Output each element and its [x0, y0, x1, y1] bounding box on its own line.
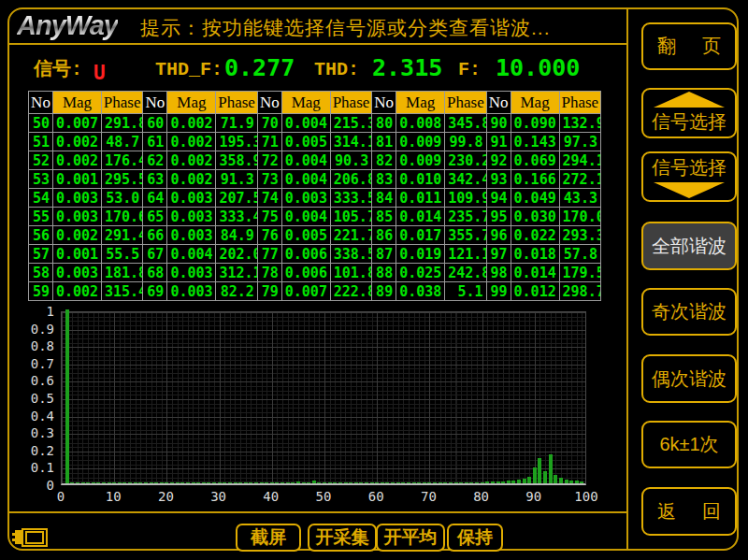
table-cell: 221.7 — [330, 226, 371, 245]
table-cell: 0.019 — [396, 245, 445, 264]
harmonic-bar — [575, 481, 579, 483]
x-tick-label: 90 — [518, 489, 550, 504]
harmonic-bar — [459, 482, 463, 483]
table-header-cell: Phase — [216, 92, 257, 114]
table-cell: 0.018 — [511, 245, 559, 264]
table-cell: 84.9 — [216, 226, 257, 245]
harmonic-bar — [275, 482, 279, 483]
harmonic-bar — [202, 482, 206, 483]
page-flip-button[interactable]: 翻 页 — [641, 22, 737, 70]
table-cell: 57 — [29, 245, 53, 264]
table-cell: 93 — [486, 170, 511, 189]
table-cell: 60 — [143, 114, 167, 133]
harmonic-bar — [134, 482, 137, 483]
x-tick-label: 20 — [150, 489, 181, 504]
analyzer-screen: AnyWay 提示：按功能键选择信号源或分类查看谐波... 信号: U THD_… — [0, 0, 748, 560]
table-cell: 0.007 — [281, 282, 330, 301]
table-cell: 75 — [257, 208, 281, 226]
x-tick-label: 50 — [308, 489, 339, 504]
table-cell: 0.001 — [53, 170, 102, 189]
harmonic-bar — [501, 481, 505, 483]
harmonic-bar — [538, 458, 541, 483]
x-tick-label: 40 — [255, 489, 287, 504]
table-cell: 242.8 — [445, 264, 486, 282]
start-averaging-label: 开平均 — [384, 525, 438, 550]
harmonic-bar — [92, 482, 95, 483]
6k-plus-minus-1-button[interactable]: 6k±1次 — [641, 421, 737, 468]
harmonic-bar — [359, 482, 363, 483]
y-tick-label: 0.8 — [22, 338, 54, 353]
table-header-cell: No — [486, 92, 511, 114]
table-cell: 0.025 — [396, 264, 445, 282]
table-cell: 230.2 — [445, 151, 486, 170]
table-cell: 0.009 — [396, 151, 445, 170]
y-tick-label: 0.2 — [22, 443, 54, 458]
table-cell: 342.4 — [445, 170, 486, 189]
table-cell: 179.5 — [559, 264, 600, 282]
table-cell: 61 — [143, 133, 167, 151]
table-cell: 235.7 — [445, 208, 486, 226]
table-row: 560.002291.4660.00384.9760.005221.7860.0… — [29, 226, 601, 245]
harmonic-bar — [407, 482, 410, 483]
y-tick-label: 0.5 — [22, 391, 54, 406]
table-cell: 94 — [486, 189, 511, 208]
table-cell: 89 — [372, 282, 396, 301]
table-cell: 80 — [372, 114, 396, 133]
table-cell: 78 — [257, 264, 281, 282]
harmonic-bar — [312, 481, 316, 483]
signal-select-down-button[interactable]: 信号选择 — [641, 151, 737, 202]
signal-select-down-label: 信号选择 — [652, 155, 726, 180]
table-cell: 294.1 — [559, 151, 600, 170]
signal-select-up-button[interactable]: 信号选择 — [641, 88, 737, 138]
hint-message: 提示：按功能键选择信号源或分类查看谐波... — [140, 15, 551, 41]
x-tick-label: 80 — [466, 489, 497, 504]
harmonic-bar — [344, 482, 348, 483]
harmonic-bar — [328, 482, 332, 483]
harmonic-bar — [144, 482, 148, 483]
even-harmonics-button[interactable]: 偶次谐波 — [641, 354, 737, 403]
harmonic-bar — [234, 482, 237, 483]
y-tick-label: 0.6 — [22, 373, 54, 388]
harmonic-spectrum-chart — [61, 311, 586, 485]
table-cell: 176.4 — [102, 151, 143, 170]
table-cell: 72 — [257, 151, 281, 170]
screenshot-button[interactable]: 截屏 — [236, 524, 301, 552]
harmonic-bar — [507, 481, 511, 483]
table-cell: 0.004 — [281, 208, 330, 226]
odd-harmonics-button[interactable]: 奇次谐波 — [641, 288, 737, 336]
harmonic-bar — [485, 481, 489, 483]
return-button[interactable]: 返 回 — [641, 487, 737, 536]
harmonic-bar — [323, 482, 326, 483]
odd-harmonics-label: 奇次谐波 — [652, 299, 726, 324]
table-row: 510.00248.7610.002195.3710.005314.1810.0… — [29, 133, 601, 151]
table-cell: 98 — [486, 264, 511, 282]
harmonic-bar — [260, 482, 264, 483]
hold-button[interactable]: 保持 — [447, 524, 503, 552]
table-cell: 0.003 — [53, 264, 102, 282]
start-averaging-button[interactable]: 开平均 — [376, 524, 445, 552]
start-acquisition-button[interactable]: 开采集 — [308, 524, 377, 552]
x-tick-label: 70 — [412, 489, 444, 504]
harmonic-bar — [543, 471, 547, 483]
all-harmonics-button[interactable]: 全部谐波 — [641, 222, 737, 270]
table-cell: 53.0 — [102, 189, 143, 208]
harmonic-bar — [580, 481, 583, 483]
harmonic-bar — [154, 482, 158, 483]
table-header-row: NoMagPhaseNoMagPhaseNoMagPhaseNoMagPhase… — [29, 92, 601, 114]
table-cell: 0.005 — [281, 226, 330, 245]
table-cell: 91 — [486, 133, 511, 151]
page-flip-label-right: 页 — [702, 34, 721, 59]
harmonic-bar — [96, 482, 100, 483]
y-tick-label: 1 — [22, 304, 54, 319]
harmonic-bar — [118, 482, 122, 483]
table-cell: 181.8 — [102, 264, 143, 282]
table-header-cell: No — [257, 92, 281, 114]
table-row: 580.003181.8680.003312.1780.006101.8880.… — [29, 264, 601, 282]
x-tick-label: 0 — [45, 489, 77, 504]
table-cell: 0.002 — [53, 282, 102, 301]
table-header-cell: No — [372, 92, 396, 114]
harmonic-bar — [338, 482, 342, 483]
table-cell: 95 — [486, 208, 511, 226]
table-row: 530.001295.5630.00291.3730.004206.8830.0… — [29, 170, 601, 189]
table-cell: 315.4 — [102, 282, 143, 301]
